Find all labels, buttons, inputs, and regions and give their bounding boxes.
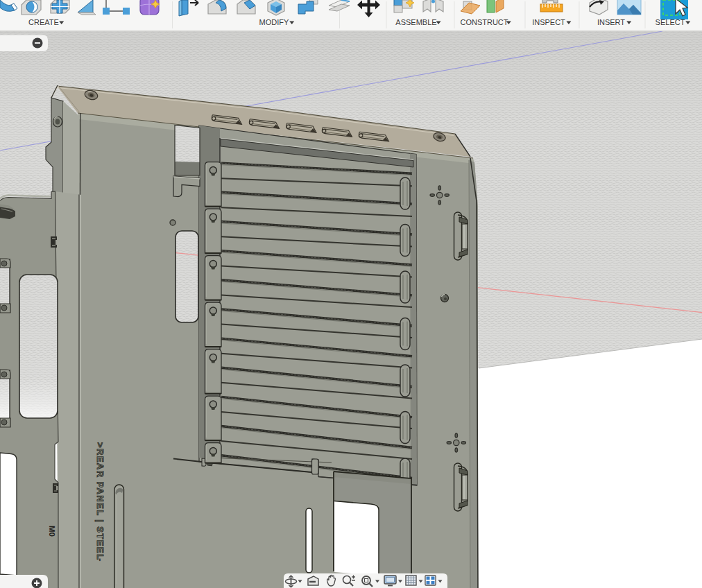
- svg-text:M0: M0: [48, 526, 56, 537]
- svg-text:>REAR PANEL | STEEL: >REAR PANEL | STEEL: [95, 442, 105, 560]
- svg-text:INSPECT: INSPECT: [532, 18, 565, 26]
- svg-text:CONSTRUCT: CONSTRUCT: [460, 18, 508, 26]
- svg-text:CREATE: CREATE: [28, 18, 59, 26]
- svg-text:-: -: [95, 558, 106, 562]
- svg-text:ASSEMBLE: ASSEMBLE: [395, 18, 436, 26]
- svg-text:MODIFY: MODIFY: [259, 18, 289, 26]
- svg-text:INSERT: INSERT: [597, 18, 625, 26]
